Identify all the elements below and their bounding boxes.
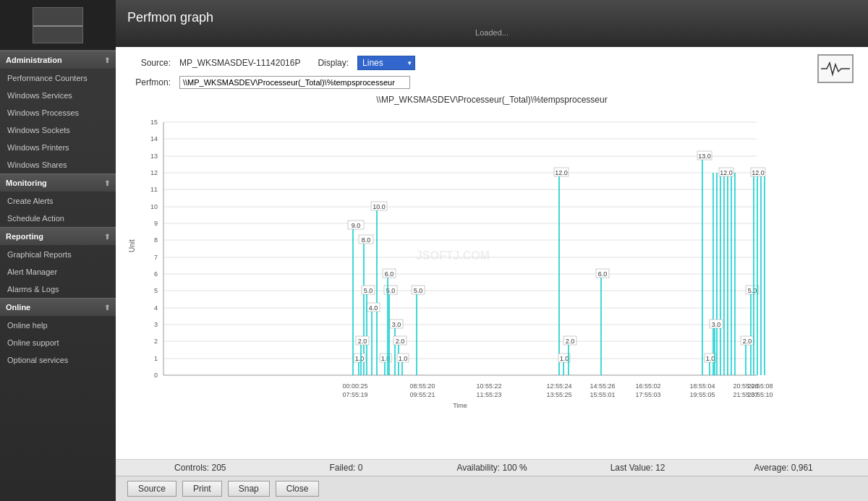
sidebar-item-online-support[interactable]: Online support [0,334,116,351]
monitoring-label: Monitoring [6,179,47,187]
sidebar-item-create-alerts[interactable]: Create Alerts [0,192,116,210]
logo-image [33,7,83,43]
perfmon-label: Perfmon: [127,77,171,87]
svg-text:8: 8 [154,236,158,244]
controls-status: Controls: 205 [127,463,273,473]
sidebar-section-reporting[interactable]: Reporting ⬆ [0,227,116,246]
svg-text:10: 10 [150,203,158,210]
svg-text:6.0: 6.0 [385,270,394,278]
sidebar-section-administration[interactable]: Administration ⬆ [0,51,116,69]
last-value-status: Last Value: 12 [565,463,711,473]
main-panel: Perfmon graph Loaded... Source: MP_WKSMA… [116,0,868,501]
perfmon-select[interactable]: \\MP_WKSMASDEV\Processeur(_Total)\%temps… [179,76,410,89]
svg-text:13: 13 [150,153,158,160]
perfmon-row: Perfmon: \\MP_WKSMASDEV\Processeur(_Tota… [127,76,856,89]
availability-status: Availability: 100 % [419,463,565,473]
svg-text:1.0: 1.0 [355,355,365,362]
statusbar: Controls: 205 Failed: 0 Availability: 10… [116,459,868,476]
sidebar-item-win-sockets[interactable]: Windows Sockets [0,121,116,139]
sidebar-item-win-services[interactable]: Windows Services [0,87,116,104]
watermark-text: JSOFTJ.COM [416,249,490,262]
source-row: Source: MP_WKSMASDEV-11142016P Display: … [127,56,856,70]
reporting-label: Reporting [6,232,43,241]
svg-text:9: 9 [154,220,158,227]
display-select[interactable]: Lines Bars Area [357,56,415,70]
svg-text:12.0: 12.0 [752,169,765,176]
svg-text:6: 6 [154,270,158,278]
sidebar-item-schedule-action[interactable]: Schedule Action [0,210,116,227]
svg-text:2.0: 2.0 [743,338,752,345]
svg-text:10.0: 10.0 [373,203,386,210]
monitoring-chevron: ⬆ [104,179,110,187]
svg-text:10:55:22: 10:55:22 [476,382,501,390]
svg-text:19:55:05: 19:55:05 [689,391,715,398]
svg-text:07:55:19: 07:55:19 [342,391,367,398]
close-button[interactable]: Close [276,481,320,497]
svg-text:3.0: 3.0 [392,321,401,328]
reporting-chevron: ⬆ [104,233,110,241]
svg-text:08:55:20: 08:55:20 [409,382,435,390]
svg-text:1: 1 [154,355,158,362]
display-label: Display: [318,58,349,68]
sidebar-item-win-printers[interactable]: Windows Printers [0,139,116,156]
svg-text:1.0: 1.0 [706,355,715,362]
perfmon-select-wrapper[interactable]: \\MP_WKSMASDEV\Processeur(_Total)\%temps… [179,76,410,89]
svg-text:9.0: 9.0 [352,222,361,229]
svg-text:23:55:10: 23:55:10 [747,391,773,398]
average-status: Average: 0,961 [710,463,856,473]
svg-text:4: 4 [154,304,158,312]
svg-text:00:00:25: 00:00:25 [342,382,367,390]
svg-text:2.0: 2.0 [358,338,367,345]
svg-text:13.0: 13.0 [698,153,711,160]
svg-text:5.0: 5.0 [364,287,373,294]
svg-text:2: 2 [154,338,158,345]
svg-text:5: 5 [154,287,158,294]
svg-text:2.0: 2.0 [566,338,575,345]
svg-text:5.0: 5.0 [414,287,423,294]
sidebar-item-graphical-reports[interactable]: Graphical Reports [0,246,116,263]
source-label: Source: [127,58,171,68]
sidebar-item-alert-manager[interactable]: Alert Manager [0,263,116,281]
y-axis-label: Unit [128,239,136,252]
monitoring-items: Create Alerts Schedule Action [0,192,116,227]
snap-button[interactable]: Snap [228,481,270,497]
svg-text:12.0: 12.0 [720,169,733,176]
display-select-wrapper[interactable]: Lines Bars Area [357,56,415,70]
page-title: Perfmon graph [127,10,856,25]
chart-svg: Unit [127,108,778,411]
chart-title: \\MP_WKSMASDEV\Processeur(_Total)\%temps… [127,95,856,105]
failed-status: Failed: 0 [273,463,420,473]
sidebar-logo [0,0,116,51]
svg-text:1.0: 1.0 [560,355,569,362]
sidebar-item-perf-counters[interactable]: Performance Counters [0,69,116,87]
svg-text:14: 14 [150,135,158,142]
svg-text:15:55:01: 15:55:01 [590,391,615,398]
svg-text:14:55:26: 14:55:26 [590,382,615,390]
svg-text:3: 3 [154,321,158,328]
sidebar-item-win-shares[interactable]: Windows Shares [0,156,116,174]
svg-text:2.0: 2.0 [396,338,405,345]
reporting-items: Graphical Reports Alert Manager Alarms &… [0,246,116,298]
sidebar-section-online[interactable]: Online ⬆ [0,298,116,317]
sidebar-item-online-help[interactable]: Online help [0,317,116,334]
svg-text:0: 0 [154,372,158,379]
svg-text:09:55:21: 09:55:21 [409,391,435,398]
print-button[interactable]: Print [182,481,222,497]
administration-items: Performance Counters Windows Services Wi… [0,69,116,174]
source-value: MP_WKSMASDEV-11142016P [179,58,300,68]
svg-text:1.0: 1.0 [399,355,408,362]
administration-label: Administration [6,56,62,64]
svg-text:22:55:08: 22:55:08 [747,382,773,390]
svg-text:17:55:03: 17:55:03 [635,391,660,398]
sidebar-item-optional-services[interactable]: Optional services [0,351,116,369]
administration-chevron: ⬆ [104,56,110,64]
svg-text:12:55:24: 12:55:24 [546,382,571,390]
online-chevron: ⬆ [104,304,110,312]
sidebar-section-monitoring[interactable]: Monitoring ⬆ [0,174,116,192]
online-label: Online [6,303,30,312]
actionbar: Source Print Snap Close [116,476,868,501]
sidebar-item-win-processes[interactable]: Windows Processes [0,104,116,121]
svg-text:7: 7 [154,254,158,261]
source-button[interactable]: Source [127,481,176,497]
sidebar-item-alarms-logs[interactable]: Alarms & Logs [0,281,116,298]
